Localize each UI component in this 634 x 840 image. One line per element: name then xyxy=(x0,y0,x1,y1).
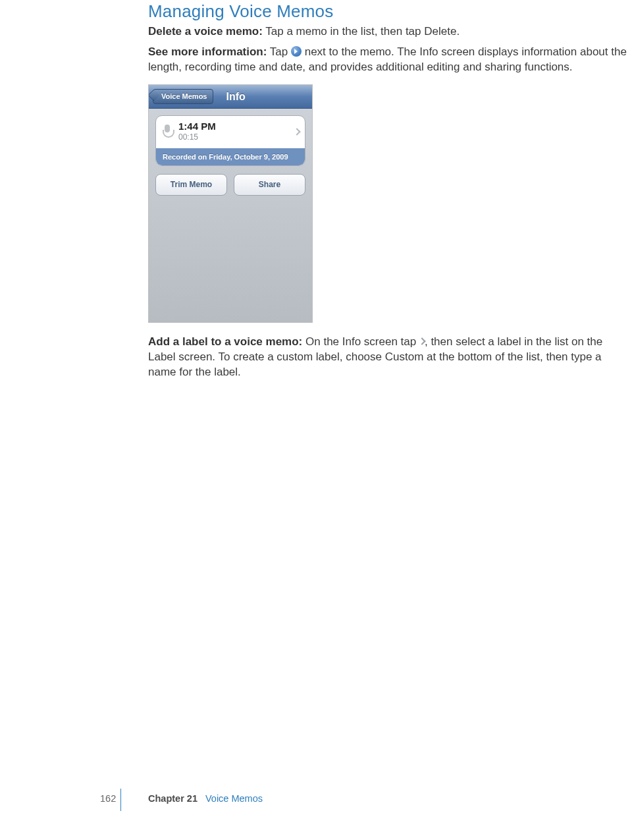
section-heading: Managing Voice Memos xyxy=(148,0,629,23)
microphone-icon xyxy=(163,125,172,139)
info-circle-arrow-icon xyxy=(291,46,302,57)
chevron-right-icon xyxy=(419,338,425,346)
chapter-label: Chapter 21 xyxy=(148,793,198,804)
device-screenshot: Voice Memos Info 1:44 PM 00:15 Recorded … xyxy=(148,84,313,323)
bold-run: Delete a voice memo: xyxy=(148,25,263,38)
memo-duration: 00:15 xyxy=(178,132,216,142)
paragraph-delete: Delete a voice memo: Tap a memo in the l… xyxy=(148,24,629,40)
paragraph-add-label: Add a label to a voice memo: On the Info… xyxy=(148,335,629,380)
share-button[interactable]: Share xyxy=(234,174,305,195)
chevron-right-icon xyxy=(293,128,300,136)
page-footer: 162 Chapter 21Voice Memos xyxy=(0,790,634,816)
recorded-on-label: Recorded on Friday, October 9, 2009 xyxy=(156,148,305,166)
screen-title: Info xyxy=(226,90,246,104)
bold-run: Add a label to a voice memo: xyxy=(148,335,302,348)
memo-time: 1:44 PM xyxy=(178,121,216,132)
memo-row[interactable]: 1:44 PM 00:15 xyxy=(156,116,305,148)
text-run: Tap a memo in the list, then tap Delete. xyxy=(263,25,460,38)
device-navbar: Voice Memos Info xyxy=(149,85,312,109)
footer-chapter: Chapter 21Voice Memos xyxy=(148,793,263,806)
paragraph-see-more: See more information: Tap next to the me… xyxy=(148,45,629,75)
page-number: 162 xyxy=(100,793,116,806)
memo-info-panel: 1:44 PM 00:15 Recorded on Friday, Octobe… xyxy=(155,115,305,167)
back-button[interactable]: Voice Memos xyxy=(153,89,213,104)
footer-divider xyxy=(120,789,121,811)
trim-memo-button[interactable]: Trim Memo xyxy=(155,174,227,195)
text-run: On the Info screen tap xyxy=(302,335,419,348)
bold-run: See more information: xyxy=(148,45,267,58)
text-run: Tap xyxy=(267,45,291,58)
chapter-name: Voice Memos xyxy=(205,793,263,804)
action-button-row: Trim Memo Share xyxy=(155,174,305,195)
